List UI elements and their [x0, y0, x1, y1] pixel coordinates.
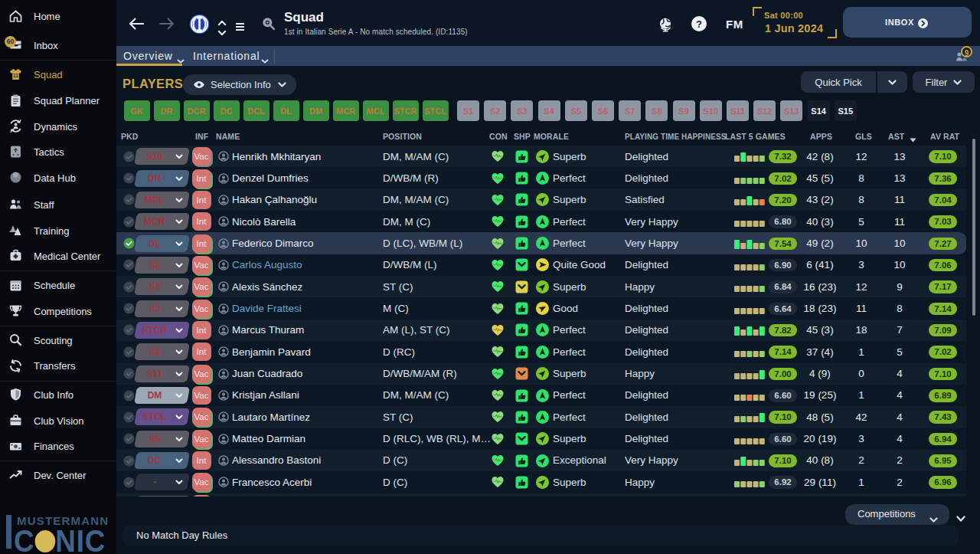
- svg-text:11: 11: [13, 72, 18, 77]
- svg-text:?: ?: [696, 18, 702, 30]
